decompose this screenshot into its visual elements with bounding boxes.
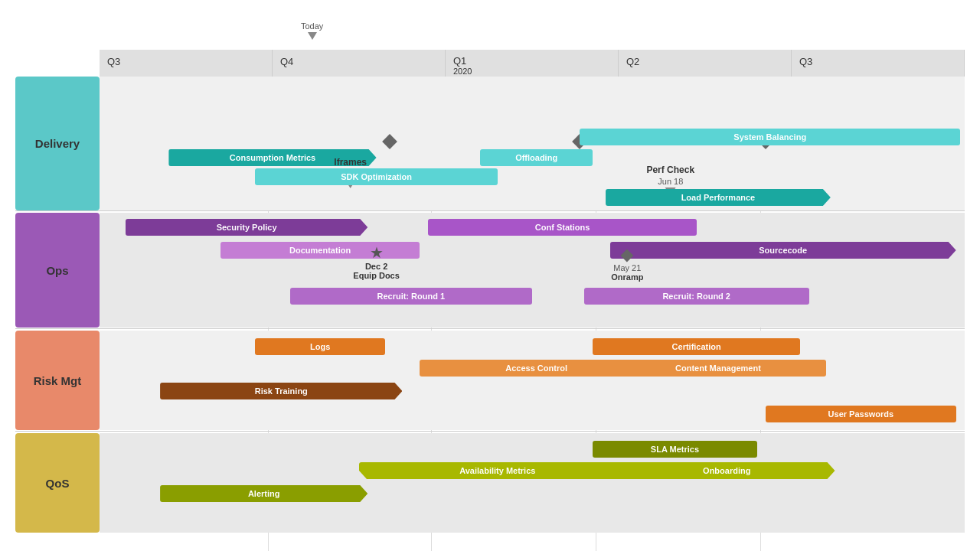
bar-availability-metrics: Availability Metrics xyxy=(359,462,636,479)
row-label-qos: QoS xyxy=(15,433,100,533)
bar-certification: Certification xyxy=(593,338,800,355)
bar-risk-training: Risk Training xyxy=(160,383,402,399)
quarter-q4: Q4 xyxy=(273,50,446,77)
bar-security-policy: Security Policy xyxy=(126,219,368,236)
quarter-q1: Q12020 xyxy=(446,50,619,77)
row-label-delivery: Delivery xyxy=(15,77,100,210)
bar-label-content-management: Content Management xyxy=(675,364,761,373)
bar-user-passwords: User Passwords xyxy=(766,406,956,422)
bar-label-risk-training: Risk Training xyxy=(255,386,308,396)
bar-label-documentation: Documentation xyxy=(289,246,351,255)
bar-label-user-passwords: User Passwords xyxy=(828,409,894,419)
bar-label-availability-metrics: Availability Metrics xyxy=(459,466,535,475)
bar-alerting: Alerting xyxy=(160,485,368,502)
row-label-risk-mgt: Risk Mgt xyxy=(15,331,100,430)
quarter-q2: Q2 xyxy=(619,50,792,77)
bar-sdk-optimization: SDK Optimization xyxy=(255,168,497,185)
bar-label-logs: Logs xyxy=(310,342,330,351)
bar-label-offloading: Offloading xyxy=(515,153,557,162)
bar-label-load-performance: Load Performance xyxy=(681,193,756,202)
bar-sourcecode: Sourcecode xyxy=(610,242,956,259)
bar-label-recruit-round1: Recruit: Round 1 xyxy=(377,292,445,301)
bar-sla-metrics: SLA Metrics xyxy=(593,441,757,458)
divider-2 xyxy=(15,328,965,329)
gantt-chart: Today Q3 Q4 Q12020 Q2 Q3 Phase 1 Dec 27 … xyxy=(0,0,980,551)
ops-row: Security Policy Conf Stations Documentat… xyxy=(100,213,965,328)
bar-label-certification: Certification xyxy=(672,342,721,351)
bar-offloading: Offloading xyxy=(480,149,593,166)
onramp-milestone: May 21 Onramp xyxy=(611,251,643,282)
bar-label-recruit-round2: Recruit: Round 2 xyxy=(662,292,730,301)
timeline-header: Q3 Q4 Q12020 Q2 Q3 xyxy=(100,50,965,77)
qos-row: SLA Metrics Availability Metrics Onboard… xyxy=(100,433,965,533)
bar-label-system-balancing: System Balancing xyxy=(733,132,806,142)
phase1-diamond xyxy=(384,136,395,147)
divider-3 xyxy=(15,431,965,432)
today-marker: Today xyxy=(301,21,323,40)
bar-label-onboarding: Onboarding xyxy=(703,466,750,475)
bar-recruit-round1: Recruit: Round 1 xyxy=(290,288,532,305)
bar-system-balancing: System Balancing xyxy=(580,129,960,145)
equip-docs-milestone: ★ Dec 2 Equip Docs xyxy=(353,245,400,280)
bar-label-alerting: Alerting xyxy=(248,489,280,498)
bar-label-sdk-optimization: SDK Optimization xyxy=(341,172,412,181)
divider-1 xyxy=(15,210,965,211)
bar-recruit-round2: Recruit: Round 2 xyxy=(584,288,809,305)
bar-conf-stations: Conf Stations xyxy=(428,219,696,236)
today-label: Today xyxy=(301,21,323,31)
bar-load-performance: Load Performance xyxy=(606,189,831,206)
bar-label-consumption-metrics: Consumption Metrics xyxy=(230,153,315,162)
bar-logs: Logs xyxy=(255,338,385,355)
bar-label-sla-metrics: SLA Metrics xyxy=(651,445,699,454)
delivery-row: System Balancing Consumption Metrics Off… xyxy=(100,77,965,210)
quarter-q3-2: Q3 xyxy=(792,50,965,77)
risk-mgt-row: Logs Certification Access Control Conten… xyxy=(100,331,965,430)
bar-label-conf-stations: Conf Stations xyxy=(535,223,590,232)
bar-label-security-policy: Security Policy xyxy=(217,223,277,232)
bar-label-access-control: Access Control xyxy=(505,364,567,373)
row-label-ops: Ops xyxy=(15,213,100,328)
bar-content-management: Content Management xyxy=(610,360,827,377)
bar-onboarding: Onboarding xyxy=(619,462,835,479)
today-arrow-icon xyxy=(308,32,317,40)
quarter-q3-1: Q3 xyxy=(100,50,273,77)
bar-label-sourcecode: Sourcecode xyxy=(759,246,807,255)
